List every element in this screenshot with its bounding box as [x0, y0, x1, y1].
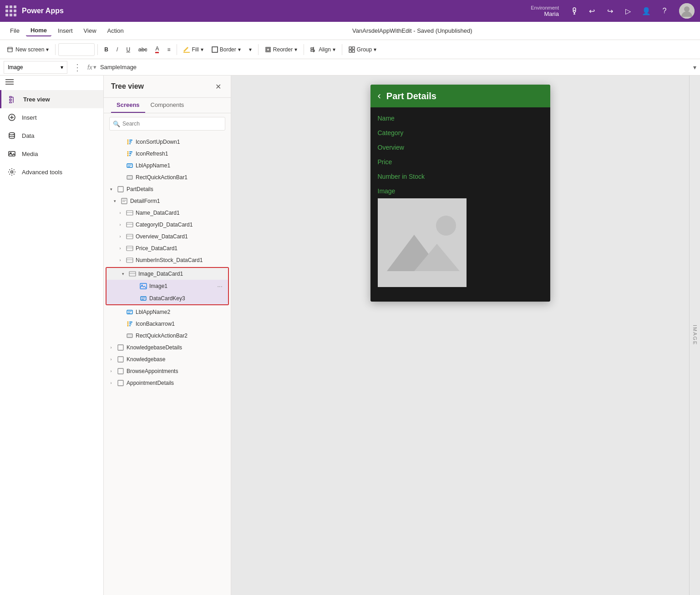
expand-kb[interactable]: ›	[107, 356, 115, 363]
tree-item-lbl-app1[interactable]: LblAppName1	[104, 160, 231, 171]
tree-item-datacardkey3[interactable]: DataCardKey3	[107, 292, 228, 304]
expand-name-dc[interactable]: ›	[117, 209, 124, 217]
field-category-label: Category	[378, 129, 543, 136]
expand-image-dc[interactable]: ▾	[119, 270, 127, 277]
reorder-button[interactable]: Reorder ▾	[261, 45, 301, 55]
tree-item-price-datacard[interactable]: › Price_DataCard1	[104, 242, 231, 254]
undo-icon[interactable]: ↩	[584, 4, 599, 18]
svg-rect-3	[8, 47, 12, 52]
tab-screens[interactable]: Screens	[111, 98, 145, 113]
lbl-app2-label: LblAppName2	[136, 309, 227, 315]
formula-chevron-icon[interactable]: ▾	[693, 64, 696, 71]
fx-label: fx ▾	[87, 64, 96, 71]
tree-item-numberinstock-datacard[interactable]: › NumberInStock_DataCard1	[104, 254, 231, 266]
user-icon[interactable]: 👤	[639, 4, 654, 18]
svg-rect-15	[352, 50, 355, 52]
svg-rect-71	[118, 345, 123, 350]
expand-appt-details[interactable]: ›	[107, 379, 115, 387]
hamburger-menu[interactable]	[0, 76, 103, 88]
tree-item-category-datacard[interactable]: › CategoryID_DataCard1	[104, 219, 231, 231]
phone-field-number-in-stock: Number in Stock	[378, 173, 543, 180]
expand-nis-dc[interactable]: ›	[117, 257, 124, 264]
tree-item-browse-appts[interactable]: › BrowseAppointments	[104, 365, 231, 377]
tree-item-icon-backarrow[interactable]: IconBackarrow1	[104, 318, 231, 330]
font-selector[interactable]	[58, 43, 95, 56]
phone-back-icon[interactable]: ‹	[378, 90, 381, 102]
icon-refresh-label: IconRefresh1	[136, 151, 227, 157]
left-sidebar: Tree view Insert Data Media	[0, 76, 104, 595]
tree-item-icon-sort[interactable]: IconSortUpDown1	[104, 136, 231, 148]
tree-item-rect-quick2[interactable]: RectQuickActionBar2	[104, 330, 231, 342]
sidebar-item-insert[interactable]: Insert	[0, 108, 103, 126]
tree-item-image1[interactable]: Image1 ···	[107, 280, 228, 292]
formula-input[interactable]	[100, 64, 690, 71]
tree-item-appt-details[interactable]: › AppointmentDetails	[104, 377, 231, 389]
avatar[interactable]	[679, 3, 695, 19]
phone-field-category: Category	[378, 129, 543, 136]
bold-button[interactable]: B	[101, 45, 112, 55]
svg-rect-69	[129, 325, 131, 326]
toolbar-sep-4	[258, 44, 259, 55]
expand-cat-dc[interactable]: ›	[117, 221, 124, 228]
tree-item-knowledgebase-details[interactable]: › KnowledgebaseDetails	[104, 342, 231, 353]
expand-browse-appts[interactable]: ›	[107, 368, 115, 375]
italic-button[interactable]: /	[113, 45, 122, 55]
field-number-in-stock-label: Number in Stock	[378, 173, 543, 180]
align-button[interactable]: ≡	[163, 45, 174, 55]
strikethrough-button[interactable]: abc	[135, 45, 151, 55]
svg-rect-8	[267, 48, 269, 51]
expand-part-details[interactable]: ▾	[107, 186, 115, 193]
tree-item-lbl-app2[interactable]: LblAppName2	[104, 306, 231, 318]
font-color-button[interactable]: A	[152, 44, 162, 55]
tree-item-overview-datacard[interactable]: › Overview_DataCard1	[104, 231, 231, 242]
toolbar-sep-3	[177, 44, 177, 55]
sidebar-item-media[interactable]: Media	[0, 145, 103, 163]
tree-close-button[interactable]: ✕	[213, 81, 223, 92]
right-edge-panel[interactable]: IMAGE	[689, 76, 700, 595]
phone-title: Part Details	[386, 91, 436, 101]
price-datacard-label: Price_DataCard1	[136, 245, 227, 252]
align2-button[interactable]: Align ▾	[307, 45, 339, 55]
menu-view[interactable]: View	[79, 25, 101, 36]
sidebar-item-advanced-tools[interactable]: Advanced tools	[0, 163, 103, 181]
image1-more-button[interactable]: ···	[215, 282, 224, 291]
new-screen-button[interactable]: New screen ▾	[4, 45, 52, 55]
menu-insert[interactable]: Insert	[53, 25, 77, 36]
menu-home[interactable]: Home	[26, 25, 51, 36]
search-wrap: 🔍	[109, 117, 225, 131]
expand-overview-dc[interactable]: ›	[117, 233, 124, 240]
element-selector[interactable]: Image ▾	[4, 61, 67, 74]
help-icon[interactable]: ?	[657, 4, 672, 18]
dropdown-button[interactable]: ▾	[245, 45, 255, 55]
expand-kb-details[interactable]: ›	[107, 344, 115, 351]
group-button[interactable]: Group ▾	[345, 45, 380, 55]
fill-button[interactable]: Fill ▾	[180, 45, 207, 55]
name-datacard-icon	[126, 209, 134, 217]
tree-item-part-details[interactable]: ▾ PartDetails	[104, 183, 231, 195]
border-button[interactable]: Border ▾	[208, 45, 244, 55]
tree-item-knowledgebase[interactable]: › Knowledgebase	[104, 353, 231, 365]
search-input[interactable]	[109, 117, 225, 131]
svg-rect-42	[127, 164, 132, 167]
expand-detail-form[interactable]: ▾	[111, 197, 118, 205]
menu-file[interactable]: File	[5, 25, 24, 36]
sidebar-item-data[interactable]: Data	[0, 126, 103, 145]
menu-action[interactable]: Action	[103, 25, 128, 36]
stethoscope-icon[interactable]	[566, 4, 581, 18]
tree-item-name-datacard[interactable]: › Name_DataCard1	[104, 207, 231, 219]
sidebar-item-tree-view[interactable]: Tree view	[0, 90, 103, 108]
tree-panel: Tree view ✕ Screens Components 🔍 IconSor…	[104, 76, 231, 595]
category-datacard-label: CategoryID_DataCard1	[136, 222, 227, 228]
waffle-icon[interactable]	[5, 5, 16, 16]
tab-components[interactable]: Components	[145, 98, 190, 113]
tree-item-icon-refresh[interactable]: IconRefresh1	[104, 148, 231, 160]
datacardkey3-icon	[139, 294, 147, 303]
tree-item-detail-form1[interactable]: ▾ DetailForm1	[104, 195, 231, 207]
tree-item-rect-quick1[interactable]: RectQuickActionBar1	[104, 171, 231, 183]
appt-details-label: AppointmentDetails	[127, 380, 227, 386]
tree-item-image-datacard[interactable]: ▾ Image_DataCard1	[107, 268, 228, 280]
underline-button[interactable]: U	[122, 45, 134, 55]
play-icon[interactable]: ▷	[621, 4, 635, 18]
expand-price-dc[interactable]: ›	[117, 245, 124, 252]
redo-icon[interactable]: ↪	[603, 4, 617, 18]
